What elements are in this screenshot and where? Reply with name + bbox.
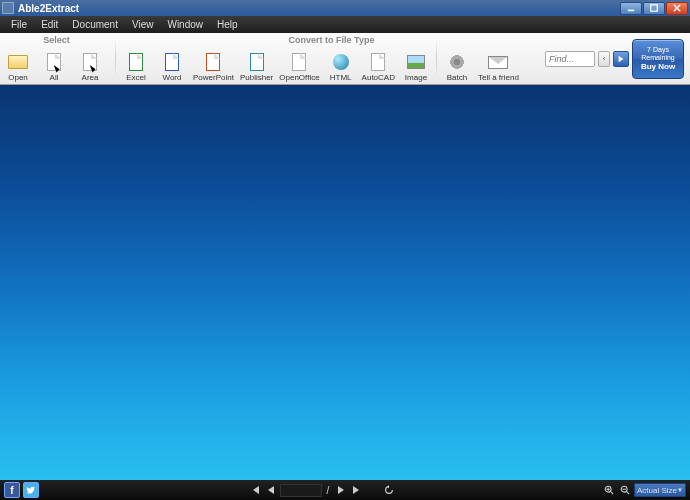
find-go-button[interactable]: [613, 51, 629, 67]
convert-autocad-button[interactable]: AutoCAD: [359, 33, 398, 84]
prev-page-button[interactable]: [264, 483, 278, 497]
buy-now-label: Buy Now: [641, 62, 675, 71]
powerpoint-icon: [202, 53, 224, 71]
find-prev-button[interactable]: ‹: [598, 51, 610, 67]
folder-open-icon: [7, 53, 29, 71]
toolbar-separator: [436, 39, 437, 78]
app-title: Able2Extract: [18, 3, 619, 14]
app-icon: [2, 2, 14, 14]
batch-gear-icon: [446, 53, 468, 71]
toolbar-group-right: ‹ 7 Days Remaining Buy Now: [545, 33, 690, 84]
page-area-icon: [79, 53, 101, 71]
toolbar-separator: [115, 39, 116, 78]
envelope-icon: [487, 53, 509, 71]
trial-days: 7 Days: [647, 46, 669, 54]
zoom-level-label: Actual Size: [637, 486, 677, 495]
tell-a-friend-button[interactable]: Tell a friend: [475, 33, 522, 84]
select-all-button[interactable]: All: [36, 33, 72, 84]
toolbar-group-select: Select Open All Area: [0, 33, 113, 84]
image-icon: [405, 53, 427, 71]
zoom-in-button[interactable]: [602, 483, 616, 497]
first-page-button[interactable]: [248, 483, 262, 497]
toolbar: Select Open All Area Convert to File Typ…: [0, 33, 690, 85]
excel-icon: [125, 53, 147, 71]
menu-help[interactable]: Help: [210, 18, 245, 31]
autocad-icon: [367, 53, 389, 71]
status-bar: f / Actual Size ▼: [0, 480, 690, 500]
chevron-down-icon: ▼: [677, 487, 683, 493]
next-page-button[interactable]: [334, 483, 348, 497]
last-page-button[interactable]: [350, 483, 364, 497]
word-icon: [161, 53, 183, 71]
close-button[interactable]: [666, 2, 688, 15]
menu-edit[interactable]: Edit: [34, 18, 65, 31]
page-number-input[interactable]: [280, 484, 322, 497]
menu-window[interactable]: Window: [160, 18, 210, 31]
title-bar: Able2Extract: [0, 0, 690, 16]
zoom-out-button[interactable]: [618, 483, 632, 497]
trial-remaining: Remaining: [641, 54, 674, 62]
svg-rect-0: [628, 10, 634, 12]
page-cursor-icon: [43, 53, 65, 71]
minimize-button[interactable]: [620, 2, 642, 15]
select-area-button[interactable]: Area: [72, 33, 108, 84]
page-nav: /: [248, 483, 397, 497]
publisher-icon: [246, 53, 268, 71]
rotate-button[interactable]: [382, 483, 396, 497]
find-box: [545, 51, 595, 67]
convert-powerpoint-button[interactable]: PowerPoint: [190, 33, 237, 84]
convert-html-button[interactable]: HTML: [323, 33, 359, 84]
find-input[interactable]: [546, 54, 594, 64]
convert-word-button[interactable]: Word: [154, 33, 190, 84]
twitter-button[interactable]: [23, 482, 39, 498]
menu-view[interactable]: View: [125, 18, 161, 31]
convert-excel-button[interactable]: Excel: [118, 33, 154, 84]
open-button[interactable]: Open: [0, 33, 36, 84]
facebook-button[interactable]: f: [4, 482, 20, 498]
buy-now-button[interactable]: 7 Days Remaining Buy Now: [632, 39, 684, 79]
openoffice-icon: [288, 53, 310, 71]
convert-openoffice-button[interactable]: OpenOffice: [276, 33, 322, 84]
menu-document[interactable]: Document: [65, 18, 125, 31]
svg-rect-1: [651, 5, 657, 11]
menu-bar: File Edit Document View Window Help: [0, 16, 690, 33]
zoom-level-select[interactable]: Actual Size ▼: [634, 483, 686, 497]
page-separator: /: [324, 485, 333, 496]
batch-button[interactable]: Batch: [439, 33, 475, 84]
convert-publisher-button[interactable]: Publisher: [237, 33, 276, 84]
convert-image-button[interactable]: Image: [398, 33, 434, 84]
menu-file[interactable]: File: [4, 18, 34, 31]
document-viewport[interactable]: [0, 85, 690, 480]
zoom-controls: Actual Size ▼: [602, 483, 686, 497]
html-globe-icon: [330, 53, 352, 71]
maximize-button[interactable]: [643, 2, 665, 15]
toolbar-group-convert: Convert to File Type Excel Word PowerPoi…: [118, 33, 545, 84]
